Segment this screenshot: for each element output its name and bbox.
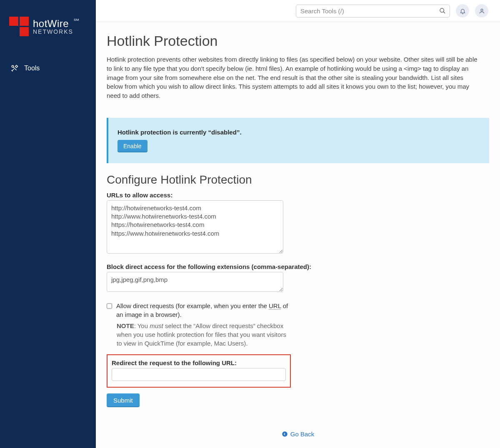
urls-textarea[interactable] (107, 200, 283, 254)
tools-icon (11, 65, 18, 72)
svg-point-4 (282, 431, 288, 437)
notifications-button[interactable] (456, 4, 469, 17)
redirect-block: Redirect the request to the following UR… (107, 354, 291, 388)
configure-heading: Configure Hotlink Protection (107, 173, 489, 187)
main: Hotlink Protection Hotlink protection pr… (96, 0, 500, 448)
brand-logo-mark (9, 17, 29, 36)
status-alert: Hotlink protection is currently “disable… (107, 118, 489, 163)
go-back-link[interactable]: Go Back (282, 431, 315, 438)
page-description: Hotlink protection prevents other websit… (107, 55, 478, 100)
brand-logo-text: hotWireSM NETWORKS (33, 18, 73, 35)
content: Hotlink Protection Hotlink protection pr… (96, 22, 500, 448)
submit-button[interactable]: Submit (107, 393, 140, 407)
allow-direct-row: Allow direct requests (for example, when… (107, 301, 290, 319)
sidebar-item-label: Tools (24, 65, 40, 72)
alert-status-text: Hotlink protection is currently “disable… (118, 129, 480, 136)
redirect-label: Redirect the request to the following UR… (112, 359, 286, 366)
arrow-left-circle-icon (282, 431, 288, 437)
allow-direct-note: NOTE: You must select the “Allow direct … (117, 321, 292, 348)
user-icon (479, 8, 485, 14)
account-button[interactable] (475, 4, 488, 17)
enable-button[interactable]: Enable (118, 140, 148, 152)
allow-direct-checkbox[interactable] (107, 303, 112, 309)
topbar (96, 0, 500, 22)
ext-label: Block direct access for the following ex… (107, 263, 489, 270)
search-input[interactable] (296, 5, 450, 17)
sidebar-item-tools[interactable]: Tools (0, 60, 96, 77)
ext-textarea[interactable] (107, 272, 283, 292)
redirect-input[interactable] (112, 368, 286, 381)
urls-field: URLs to allow access: (107, 192, 489, 255)
search-wrap (296, 5, 450, 17)
sidebar: hotWireSM NETWORKS Tools (0, 0, 96, 448)
page-title: Hotlink Protection (107, 33, 489, 49)
ext-field: Block direct access for the following ex… (107, 263, 489, 293)
allow-direct-label[interactable]: Allow direct requests (for example, when… (116, 301, 290, 319)
svg-point-3 (481, 9, 483, 11)
svg-point-1 (440, 8, 444, 12)
svg-line-2 (443, 12, 445, 13)
brand-logo: hotWireSM NETWORKS (0, 0, 96, 45)
bell-icon (460, 8, 466, 14)
search-icon (439, 7, 446, 14)
urls-label: URLs to allow access: (107, 192, 489, 199)
